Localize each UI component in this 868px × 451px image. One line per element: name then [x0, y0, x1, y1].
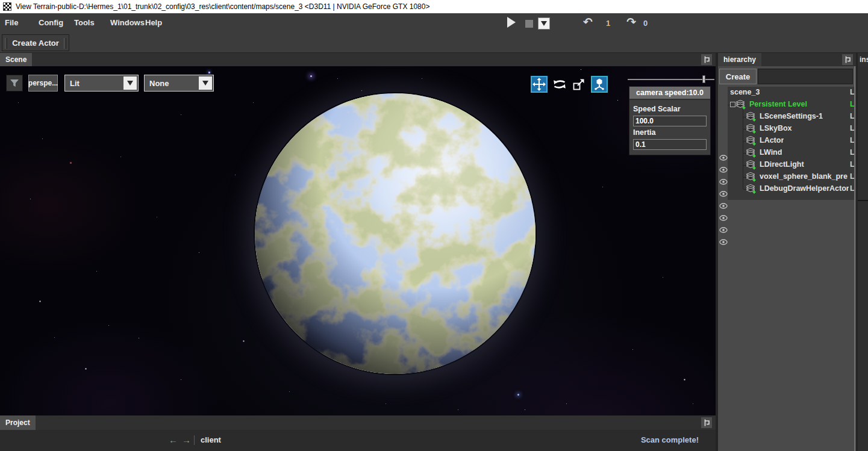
node-type: LW [850, 148, 854, 157]
hierarchy-filter-input[interactable] [758, 69, 853, 84]
camera-settings-panel: camera speed:10.0 Speed Scalar Inertia [629, 86, 711, 155]
tree-row[interactable]: LActor LA [728, 135, 854, 147]
node-type: LV [850, 172, 854, 181]
node-name: LDebugDrawHelperActor [760, 184, 849, 193]
visibility-toggle[interactable] [719, 152, 728, 164]
visibility-toggle[interactable] [719, 236, 728, 248]
speed-scalar-input[interactable] [633, 116, 707, 126]
translate-tool-button[interactable] [531, 76, 548, 93]
toolbar: Create Actor [0, 33, 868, 53]
status-bar: ← → client Scan complete! [0, 430, 716, 451]
menu-bar: File Config Tools Windows Help [0, 13, 868, 33]
node-type: LD [850, 160, 854, 169]
back-button[interactable]: ← [169, 435, 178, 445]
scan-status-text: Scan complete! [641, 435, 699, 444]
tree-row[interactable]: LDirectLight LD [728, 159, 854, 171]
menu-item-windows[interactable]: Windows [110, 18, 145, 27]
hierarchy-create-button[interactable]: Create [719, 69, 757, 84]
filter-button[interactable] [6, 75, 23, 92]
hierarchy-pin-button[interactable] [842, 54, 853, 65]
toolbar-grip [64, 38, 66, 49]
menu-item-help[interactable]: Help [145, 18, 162, 27]
tab-project[interactable]: Project [0, 415, 36, 430]
camera-mode-label: perspe... [28, 79, 58, 87]
hierarchy-tab-label: hierarchy [723, 55, 756, 64]
undo-icon[interactable]: ↶ [583, 15, 593, 29]
actor-layers-icon [746, 160, 756, 170]
pin-icon [702, 55, 711, 64]
scale-tool-button[interactable] [571, 76, 587, 93]
shading-mode-dropdown[interactable]: Lit [64, 75, 139, 92]
scene-pin-button[interactable] [701, 54, 712, 65]
scene-tab-label: Scene [5, 55, 27, 64]
tree-row[interactable]: LSceneSettings-1 LS [728, 111, 854, 123]
camera-speed-slider-handle[interactable] [702, 75, 705, 83]
tab-inspector[interactable]: ins [860, 55, 868, 64]
tab-scene[interactable]: Scene [0, 53, 32, 66]
eye-icon [719, 167, 728, 173]
stop-button[interactable] [525, 20, 533, 28]
hierarchy-tree: scene_3 LS Persistent Level LL LSceneSet… [728, 87, 854, 200]
app-icon [3, 2, 11, 11]
play-options-dropdown[interactable] [538, 17, 550, 30]
menu-item-config[interactable]: Config [39, 18, 63, 27]
coordinate-space-button[interactable] [591, 76, 608, 93]
redo-icon[interactable]: ↷ [626, 15, 636, 29]
menu-item-file[interactable]: File [5, 18, 18, 27]
eye-icon [719, 227, 728, 233]
eye-icon [719, 215, 728, 221]
expander-icon[interactable] [730, 102, 735, 107]
tree-row[interactable]: scene_3 LS [728, 87, 854, 99]
tree-row[interactable]: LDebugDrawHelperActor LD [728, 183, 854, 195]
tree-row[interactable]: voxel_sphere_blank_pre LV [728, 171, 854, 183]
node-name: Persistent Level [749, 100, 807, 108]
inertia-input[interactable] [633, 139, 707, 150]
node-name: LSceneSettings-1 [760, 112, 823, 120]
node-type: LS [850, 124, 854, 132]
planet [254, 92, 537, 375]
view-mode-dropdown[interactable]: None [144, 75, 214, 92]
toolbar-grip [5, 38, 7, 49]
translate-icon [532, 78, 546, 91]
level-layers-icon [735, 100, 746, 110]
star [517, 394, 519, 396]
pin-icon [702, 418, 711, 427]
visibility-toggle[interactable] [719, 188, 728, 200]
tab-hierarchy[interactable]: hierarchy [718, 53, 761, 66]
tree-row[interactable]: LWind LW [728, 147, 854, 159]
actor-layers-icon [746, 136, 756, 146]
visibility-toggle[interactable] [719, 212, 728, 224]
inspector-tab-bar: ins [858, 53, 868, 66]
create-actor-button[interactable]: Create Actor [2, 34, 69, 51]
visibility-toggle[interactable] [719, 200, 728, 212]
star [310, 75, 312, 77]
inertia-label: Inertia [633, 128, 707, 137]
camera-mode-button[interactable]: perspe... [28, 75, 58, 92]
tree-row[interactable]: Persistent Level LL [728, 99, 854, 111]
create-label: Create [726, 72, 750, 81]
breadcrumb[interactable]: client [201, 435, 221, 444]
camera-speed-header: camera speed:10.0 [629, 87, 710, 100]
camera-speed-slider[interactable] [628, 79, 714, 80]
eye-icon [719, 179, 728, 185]
chevron-down-icon [541, 21, 547, 26]
tree-row[interactable]: LSkyBox LS [728, 123, 854, 135]
visibility-toggle[interactable] [719, 176, 728, 188]
project-pin-button[interactable] [701, 417, 712, 428]
node-name: LActor [760, 136, 784, 145]
visibility-toggle[interactable] [719, 224, 728, 236]
project-tab-label: Project [5, 418, 30, 427]
create-actor-label: Create Actor [12, 39, 59, 48]
play-button[interactable] [507, 17, 516, 28]
shading-mode-value: Lit [65, 79, 123, 88]
scene-viewport[interactable]: perspe... Lit None [0, 66, 716, 415]
inspector-panel-collapsed[interactable]: ins [858, 53, 868, 451]
visibility-toggle[interactable] [719, 164, 728, 176]
rotate-tool-button[interactable] [551, 76, 569, 93]
actor-layers-icon [746, 172, 756, 182]
forward-button[interactable]: → [182, 435, 191, 445]
project-tab-bar: Project [0, 415, 716, 430]
menu-item-tools[interactable]: Tools [74, 18, 95, 27]
hierarchy-scrollbar[interactable] [854, 66, 855, 451]
title-bar: View Terrain-public-D:\Hermes_1\01_trunk… [0, 0, 868, 13]
